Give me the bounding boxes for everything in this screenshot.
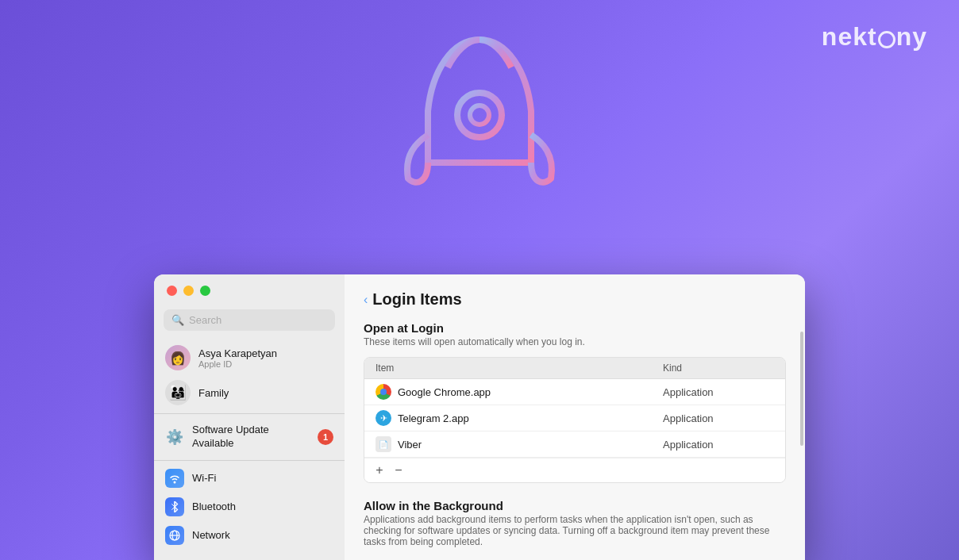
app-name: Google Chrome.app [398, 386, 663, 398]
bluetooth-label: Bluetooth [192, 501, 236, 512]
user-info: Asya Karapetyan Apple ID [198, 347, 277, 369]
col-header-kind: Kind [663, 362, 774, 374]
search-bar[interactable]: 🔍 Search [164, 309, 335, 331]
sidebar-item-bluetooth[interactable]: Bluetooth [154, 493, 345, 521]
col-header-item: Item [376, 362, 663, 374]
table-row[interactable]: ✈ Telegram 2.app Application [364, 405, 785, 432]
sidebar-item-user[interactable]: 👩 Asya Karapetyan Apple ID [154, 340, 345, 375]
app-kind: Application [663, 412, 774, 424]
app-kind: Application [663, 386, 774, 398]
user-subtitle: Apple ID [198, 359, 277, 369]
scrollbar[interactable] [799, 274, 805, 560]
nektony-logo: nektny [822, 22, 927, 52]
scrollbar-thumb [800, 332, 803, 446]
software-update-label: Software Update Available [192, 424, 310, 451]
add-item-button[interactable]: + [371, 462, 388, 479]
wifi-label: Wi-Fi [192, 472, 216, 484]
rocket-illustration [384, 24, 575, 254]
svg-point-0 [457, 93, 502, 137]
sidebar-divider-2 [154, 460, 345, 461]
open-at-login-subtitle: These items will open automatically when… [364, 336, 786, 347]
traffic-lights [167, 286, 210, 296]
wifi-icon [165, 469, 184, 488]
search-placeholder: Search [189, 314, 221, 326]
system-preferences-window: 🔍 Search 👩 Asya Karapetyan Apple ID 👨‍👩‍… [154, 274, 805, 560]
svg-point-1 [470, 105, 489, 125]
network-label: Network [192, 529, 230, 541]
remove-item-button[interactable]: − [390, 462, 407, 479]
table-row[interactable]: Google Chrome.app Application [364, 379, 785, 405]
allow-background-subtitle: Applications add background items to per… [364, 514, 786, 547]
table-row[interactable]: 📄 Viber Application [364, 432, 785, 458]
sidebar-item-software-update[interactable]: ⚙️ Software Update Available 1 [154, 417, 345, 457]
update-badge: 1 [318, 429, 333, 445]
page-title: Login Items [372, 290, 461, 309]
close-button[interactable] [167, 286, 177, 296]
table-actions: + − [364, 458, 785, 482]
chrome-icon [376, 384, 391, 400]
app-name: Viber [398, 439, 663, 451]
back-chevron-icon[interactable]: ‹ [364, 293, 368, 307]
main-content: ‹ Login Items Open at Login These items … [345, 274, 805, 560]
user-name: Asya Karapetyan [198, 347, 277, 359]
back-nav: ‹ Login Items [364, 290, 786, 309]
sidebar-item-wifi[interactable]: Wi-Fi [154, 464, 345, 493]
user-avatar: 👩 [165, 345, 191, 370]
app-kind: Application [663, 439, 774, 451]
sidebar-divider [154, 413, 345, 414]
minimize-button[interactable] [183, 286, 194, 296]
open-at-login-title: Open at Login [364, 321, 786, 335]
family-label: Family [198, 387, 229, 399]
app-name: Telegram 2.app [398, 412, 663, 424]
search-icon: 🔍 [171, 314, 184, 326]
allow-background-section: Allow in the Background Applications add… [364, 499, 786, 547]
table-header: Item Kind [364, 358, 785, 379]
sidebar-item-network[interactable]: Network [154, 521, 345, 550]
network-icon [165, 526, 184, 545]
viber-icon: 📄 [376, 436, 391, 452]
sidebar-item-family[interactable]: 👨‍👩‍👧 Family [154, 375, 345, 410]
software-update-icon: ⚙️ [165, 428, 184, 447]
bluetooth-icon [165, 497, 184, 516]
maximize-button[interactable] [200, 286, 210, 296]
allow-background-title: Allow in the Background [364, 499, 786, 512]
sidebar: 🔍 Search 👩 Asya Karapetyan Apple ID 👨‍👩‍… [154, 274, 345, 560]
telegram-icon: ✈ [376, 410, 391, 426]
login-items-table: Item Kind Google Chrome.app Application … [364, 357, 786, 483]
family-icon: 👨‍👩‍👧 [165, 380, 191, 405]
